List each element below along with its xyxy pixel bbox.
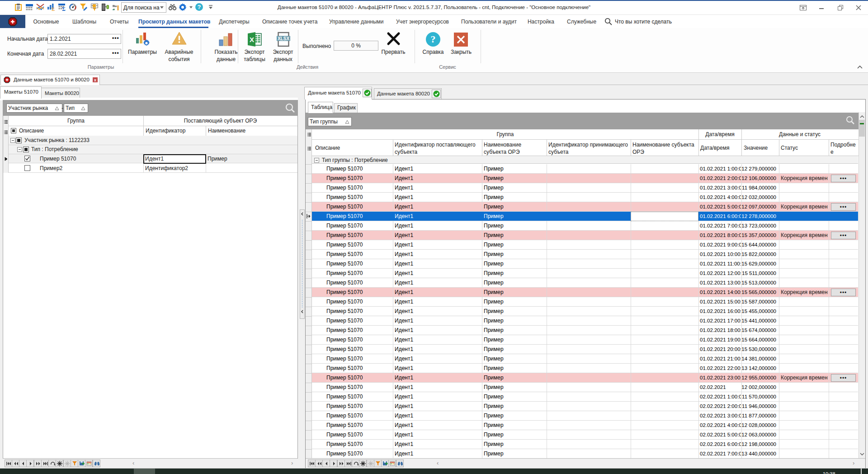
svg-text:XLSX: XLSX: [278, 36, 289, 41]
svg-text:Σ: Σ: [62, 6, 66, 12]
svg-text:X: X: [250, 36, 254, 43]
svg-text:10:38: 10:38: [823, 471, 835, 474]
svg-text:Σ: Σ: [52, 6, 55, 12]
